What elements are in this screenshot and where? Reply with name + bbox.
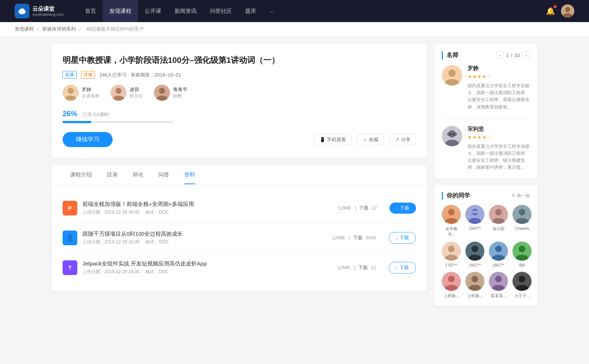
svg-point-19 xyxy=(448,209,455,215)
resource-meta-1: 上传日期：2019-12-28 16:00 格式：DOC xyxy=(82,239,320,245)
instructors: 罗静 主讲老师 凌荷 班主任 xyxy=(63,85,416,101)
nav-item-qa[interactable]: 问答社区 xyxy=(203,0,239,22)
svg-point-12 xyxy=(448,69,456,77)
bell-icon[interactable]: 🔔 xyxy=(546,7,555,15)
navbar: 云朵课堂 yundouketang.com 首页 发现课程 公开课 新闻资讯 问… xyxy=(0,0,589,22)
logo[interactable]: 云朵课堂 yundouketang.com xyxy=(15,4,64,18)
teacher-avatar-1 xyxy=(442,126,462,146)
classmate-avatar-7[interactable] xyxy=(512,242,532,261)
breadcrumb-series[interactable]: 新媒体营销系列 xyxy=(42,26,76,32)
tag-live: 直播 xyxy=(63,71,77,79)
teachers-card-header: 名师 ‹ 1 / 10 › xyxy=(442,51,530,59)
classmate-name-5: 1567** xyxy=(469,263,481,267)
mobile-watch-button[interactable]: 📱 手机观看 xyxy=(314,134,352,146)
classmate-name-11: 小王子... xyxy=(514,293,530,299)
tabs-header: 课程介绍 目录 评论 问答 资料 xyxy=(52,165,427,185)
nav-item-bank[interactable]: 题库 xyxy=(239,0,263,22)
resource-info-0: 前端全栈加强版！前端全栈+全周期+多端应用 上传日期：2019-12-28 16… xyxy=(82,201,326,215)
tab-review[interactable]: 评论 xyxy=(125,165,151,184)
breadcrumb: 发现课程 / 新媒体营销系列 / 销冠修炼术搞定80%的客户 xyxy=(0,22,589,36)
instructor-0: 罗静 主讲老师 xyxy=(63,85,99,101)
nav-item-more[interactable]: ··· xyxy=(263,0,281,22)
nav-item-open[interactable]: 公开课 xyxy=(138,0,168,22)
classmate-avatar-3[interactable] xyxy=(512,205,532,224)
instructor-role-1: 班主任 xyxy=(130,93,143,99)
svg-point-44 xyxy=(519,276,525,282)
teachers-card-title: 名师 xyxy=(442,51,458,59)
teacher-desc-1: 国内某重点大学安全工程专业硕士，国家一级注册消防工程师、注册安全工程师、级注册建… xyxy=(468,143,530,171)
classmate-avatar-10[interactable] xyxy=(489,272,508,291)
course-actions: 继续学习 📱 手机观看 ☆ 收藏 ↗ 分享 xyxy=(63,132,416,147)
download-icon-2: ↓ xyxy=(396,265,398,271)
teacher-avatar-0 xyxy=(442,65,462,86)
classmate-name-6: 1867** xyxy=(492,263,504,267)
classmate-item-6: 1867** xyxy=(489,242,508,267)
share-icon: ↗ xyxy=(395,137,399,142)
share-button[interactable]: ↗ 分享 xyxy=(390,134,416,146)
next-page-button[interactable]: › xyxy=(522,51,530,59)
logo-icon xyxy=(15,4,29,18)
user-avatar-nav[interactable] xyxy=(561,4,574,18)
classmate-name-7: Bill xyxy=(519,263,525,267)
nav-item-home[interactable]: 首页 xyxy=(78,0,103,22)
classmate-avatar-2[interactable] xyxy=(489,205,508,224)
refresh-icon: ↻ xyxy=(512,193,515,198)
classmate-item-1: 1567** xyxy=(465,205,484,237)
teacher-name-0: 罗静 xyxy=(468,65,530,72)
instructor-avatar-2 xyxy=(154,85,170,101)
classmate-name-0: 化学教书... xyxy=(442,226,461,237)
nav-item-news[interactable]: 新闻资讯 xyxy=(168,0,203,22)
tab-resource[interactable]: 资料 xyxy=(177,165,202,184)
download-button-1[interactable]: ↓ 下载 xyxy=(389,232,416,244)
logo-text: 云朵课堂 yundouketang.com xyxy=(32,6,64,17)
classmate-name-3: Charles xyxy=(515,226,529,231)
classmate-item-2: 张小田 xyxy=(489,205,508,237)
classmate-avatar-8[interactable] xyxy=(442,272,461,291)
progress-section: 26% 已学习0课时 xyxy=(63,110,416,123)
resource-name-0: 前端全栈加强版！前端全栈+全周期+多端应用 xyxy=(82,201,326,208)
resource-meta-2: 上传日期：2019-12-28 16:00 格式：DOC xyxy=(82,269,325,275)
classmate-name-8: 上班族... xyxy=(444,293,459,299)
classmates-header: 你的同学 ↻ 换一换 xyxy=(442,192,530,200)
classmate-avatar-4[interactable] xyxy=(442,242,461,261)
classmate-name-9: 上班族... xyxy=(467,293,483,299)
breadcrumb-discover[interactable]: 发现课程 xyxy=(15,26,34,32)
continue-study-button[interactable]: 继续学习 xyxy=(63,132,113,147)
classmate-avatar-1[interactable] xyxy=(465,205,484,224)
classmate-avatar-9[interactable] xyxy=(465,272,484,291)
resource-stats-2: 12MB | 下载 12 xyxy=(336,264,378,271)
progress-bar-inner xyxy=(63,121,91,123)
classmates-card: 你的同学 ↻ 换一换 化学教书... xyxy=(434,185,537,306)
classmate-name-1: 1567** xyxy=(469,226,481,231)
prev-page-button[interactable]: ‹ xyxy=(496,51,504,59)
download-icon-0: ↓ xyxy=(396,206,399,211)
resource-stats-1: 12MB | 下载 3456 xyxy=(331,235,377,241)
classmate-avatar-6[interactable] xyxy=(489,242,508,261)
tab-catalog[interactable]: 目录 xyxy=(99,165,125,184)
nav-right: 🔔 xyxy=(546,4,574,18)
classmate-name-2: 张小田 xyxy=(493,226,505,232)
download-button-0[interactable]: ↓ 下载 xyxy=(389,203,416,214)
teacher-item-0: 罗静 ★★★★☆ 国内某重点大学安全工程专业硕士，国家一级注册消防工程师、注册安… xyxy=(442,65,530,118)
classmate-avatar-11[interactable] xyxy=(512,272,532,291)
svg-point-32 xyxy=(472,246,478,252)
bell-badge xyxy=(554,5,557,8)
resource-name-1: 跟随千万级项目从0到100全过程高效成长 xyxy=(82,231,320,238)
mobile-icon: 📱 xyxy=(320,137,325,142)
teacher-item-1: 宋利坚 ★★★★☆ 国内某重点大学安全工程专业硕士，国家一级注册消防工程师、注册… xyxy=(442,126,530,171)
nav-item-discover[interactable]: 发现课程 xyxy=(103,0,138,22)
classmate-item-0: 化学教书... xyxy=(442,205,461,237)
classmate-avatar-5[interactable] xyxy=(465,242,484,261)
classmate-avatar-0[interactable] xyxy=(442,205,461,224)
download-button-2[interactable]: ↓ 下载 xyxy=(389,262,416,274)
collect-button[interactable]: ☆ 收藏 xyxy=(357,134,384,146)
refresh-button[interactable]: ↻ 换一换 xyxy=(512,193,530,199)
teachers-pagination: ‹ 1 / 10 › xyxy=(496,51,530,59)
nav-items: 首页 发现课程 公开课 新闻资讯 问答社区 题库 ··· xyxy=(78,0,546,22)
tab-intro[interactable]: 课程介绍 xyxy=(63,165,99,184)
classmate-item-9: 上班族... xyxy=(465,272,484,299)
resource-icon-2: T xyxy=(63,260,77,275)
svg-point-8 xyxy=(116,88,121,94)
tab-qa[interactable]: 问答 xyxy=(151,165,177,184)
classmate-item-7: Bill xyxy=(512,242,532,267)
